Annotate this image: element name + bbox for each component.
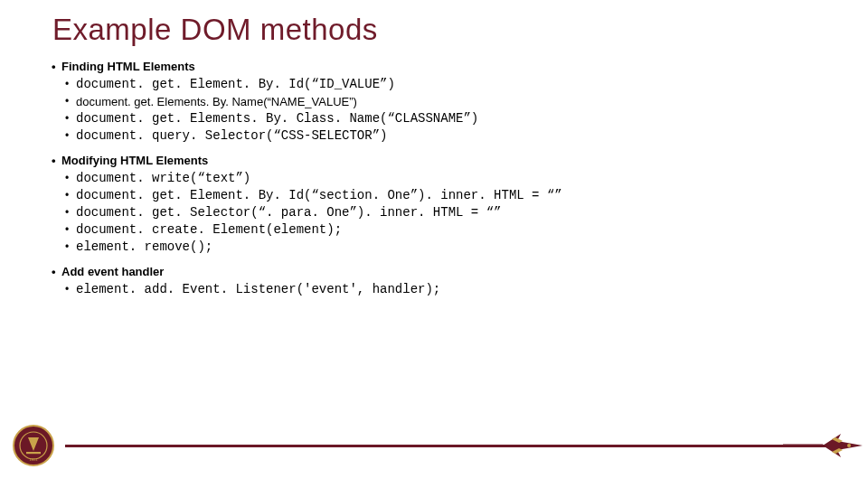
list-item: element. remove(); — [76, 239, 816, 256]
section-modifying: Modifying HTML Elements document. write(… — [61, 154, 816, 256]
svg-rect-2 — [26, 452, 41, 454]
svg-point-5 — [847, 444, 851, 447]
list-item: document. create. Element(element); — [76, 221, 816, 239]
section-heading-finding: Finding HTML Elements — [61, 60, 816, 73]
svg-rect-4 — [783, 445, 823, 447]
spear-icon — [783, 430, 863, 461]
list-item: document. query. Selector(“CSS-SELECTOR”… — [76, 127, 816, 145]
section-events: Add event handler element. add. Event. L… — [61, 265, 816, 298]
section-heading-modifying: Modifying HTML Elements — [61, 154, 816, 167]
section-finding-list: document. get. Element. By. Id(“ID_VALUE… — [61, 76, 816, 145]
list-item: element. add. Event. Listener('event', h… — [76, 281, 816, 298]
section-heading-events: Add event handler — [61, 265, 816, 278]
fsu-seal-icon: 1851 — [13, 425, 54, 466]
section-modifying-list: document. write(“text”) document. get. E… — [61, 170, 816, 256]
list-item: document. get. Element. By. Id(“ID_VALUE… — [76, 76, 816, 93]
list-item: document. get. Elements. By. Class. Name… — [76, 110, 816, 127]
slide-title: Example DOM methods — [52, 13, 816, 47]
list-item: document. get. Selector(“. para. One”). … — [76, 204, 816, 221]
list-item: document. get. Element. By. Id(“section.… — [76, 187, 816, 204]
footer-divider — [65, 445, 826, 447]
section-events-list: element. add. Event. Listener('event', h… — [61, 281, 816, 298]
slide-footer: 1851 — [0, 425, 868, 466]
slide: Example DOM methods Finding HTML Element… — [0, 0, 868, 488]
svg-text:1851: 1851 — [29, 457, 39, 462]
list-item: document. get. Elements. By. Name(“NAME_… — [76, 93, 816, 110]
section-finding: Finding HTML Elements document. get. Ele… — [61, 60, 816, 145]
list-item: document. write(“text”) — [76, 170, 816, 187]
